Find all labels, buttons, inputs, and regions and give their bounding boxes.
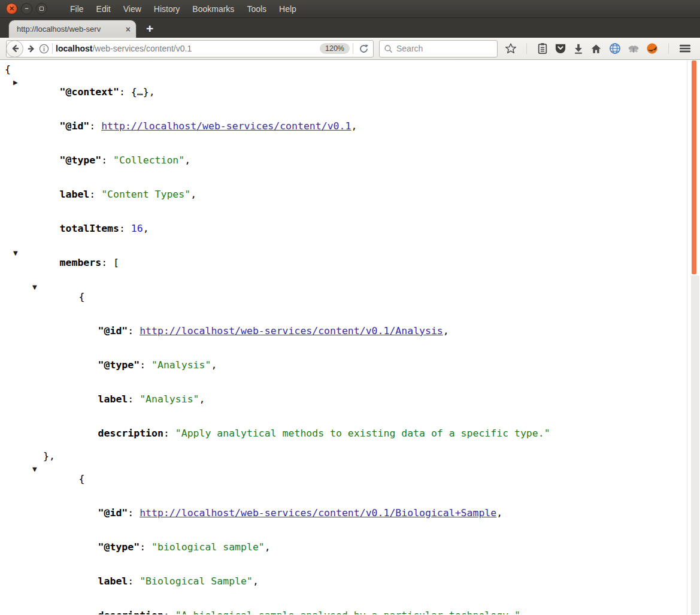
member-type-row: @type: Analysis, — [0, 348, 687, 382]
json-id-link[interactable]: http://localhost/web-services/content/v0… — [101, 120, 351, 132]
json-key: description — [98, 610, 163, 614]
scrollbar-track[interactable] — [691, 275, 699, 614]
moth-extension-button[interactable] — [628, 43, 640, 54]
member-description-row: description: Apply analytical methods to… — [0, 416, 687, 450]
json-string-value: Analysis — [151, 359, 211, 371]
json-key: description — [98, 428, 163, 439]
json-label-row: label: Content Types, — [0, 177, 687, 211]
download-icon — [573, 43, 584, 54]
json-key: label — [98, 575, 128, 587]
member-open-row: ▼{ — [0, 462, 687, 496]
home-button[interactable] — [590, 43, 602, 54]
expanded-arrow-icon[interactable]: ▼ — [32, 463, 37, 475]
menu-button[interactable] — [678, 43, 692, 54]
search-placeholder: Search — [396, 44, 423, 53]
tab-bar: http://localhost/web-serv × + — [0, 18, 700, 38]
json-key: label — [60, 189, 90, 200]
pocket-icon — [554, 43, 566, 54]
json-members-row: ▼members: [ — [0, 246, 687, 280]
json-string-value: Apply analytical methods to existing dat… — [175, 428, 550, 439]
divider — [52, 43, 53, 54]
window-close-button[interactable]: ✕ — [6, 3, 17, 14]
reload-button[interactable] — [356, 44, 371, 54]
menu-item[interactable]: File — [70, 4, 84, 14]
member-label-row: label: Biological Sample, — [0, 564, 687, 598]
bookmark-star-button[interactable] — [505, 43, 517, 54]
forward-button[interactable] — [23, 44, 39, 53]
member-label-row: label: Analysis, — [0, 382, 687, 416]
json-string-value: Analysis — [140, 393, 199, 405]
globe-icon — [609, 43, 621, 54]
search-icon — [384, 44, 393, 53]
member-type-row: @type: biological sample, — [0, 530, 687, 564]
json-string-value: A biological sample analysed by a partic… — [175, 610, 520, 614]
navigation-toolbar: localhost/web-services/content/v0.1 120%… — [0, 38, 700, 60]
url-domain: localhost — [56, 44, 92, 53]
menu-item[interactable]: History — [154, 4, 180, 14]
menu-item[interactable]: Help — [279, 4, 296, 14]
toolbar-icons — [505, 43, 694, 54]
json-string-value: Collection — [113, 154, 184, 166]
member-id-link[interactable]: http://localhost/web-services/content/v0… — [140, 325, 443, 337]
json-key: @type — [60, 154, 102, 166]
scrollbar-gutter — [687, 60, 687, 614]
url-text[interactable]: localhost/web-services/content/v0.1 — [56, 44, 320, 53]
json-key: totalItems — [60, 223, 119, 234]
moth-icon — [628, 43, 640, 54]
member-id-row: @id: http://localhost/web-services/conte… — [0, 496, 687, 530]
json-key: @type — [98, 541, 140, 553]
member-description-row: description: A biological sample analyse… — [0, 598, 687, 614]
orange-ball-icon — [646, 43, 658, 54]
scrollbar-thumb[interactable] — [692, 60, 696, 274]
json-context-row: ▶@context: {…}, — [0, 75, 687, 109]
maximize-icon — [40, 7, 44, 11]
back-button[interactable] — [6, 40, 23, 57]
menu-item[interactable]: Bookmarks — [192, 4, 234, 14]
expanded-arrow-icon[interactable]: ▼ — [32, 281, 37, 293]
new-tab-button[interactable]: + — [146, 22, 153, 35]
json-string-value: biological sample — [151, 541, 265, 553]
json-key: @context — [60, 86, 119, 98]
json-totalitems-row: totalItems: 16, — [0, 211, 687, 246]
menu-item[interactable]: Edit — [96, 4, 111, 14]
divider — [526, 43, 527, 54]
site-info-button[interactable] — [39, 44, 49, 54]
search-field[interactable]: Search — [379, 40, 498, 57]
json-members: ▼{ @id: http://localhost/web-services/co… — [0, 280, 687, 614]
member-id-row: @id: http://localhost/web-services/conte… — [0, 314, 687, 348]
forward-icon — [27, 44, 36, 53]
member-close-row: }, — [0, 450, 687, 462]
pocket-button[interactable] — [554, 43, 566, 54]
star-icon — [505, 43, 517, 54]
json-key: @id — [98, 325, 128, 337]
window-minimize-button[interactable]: − — [21, 3, 32, 14]
zoom-level-badge[interactable]: 120% — [320, 43, 350, 54]
json-id-row: @id: http://localhost/web-services/conte… — [0, 109, 687, 143]
url-bar[interactable]: localhost/web-services/content/v0.1 120% — [6, 40, 374, 57]
url-path: /web-services/content/v0.1 — [92, 44, 192, 53]
member-id-link[interactable]: http://localhost/web-services/content/v0… — [140, 507, 496, 519]
menu-item[interactable]: View — [123, 4, 141, 14]
json-key: @id — [98, 507, 128, 519]
orange-ball-extension-button[interactable] — [646, 43, 658, 54]
member-open-row: ▼{ — [0, 280, 687, 314]
bookmarks-menu-button[interactable] — [537, 43, 548, 54]
tab-close-icon[interactable]: × — [126, 25, 131, 34]
json-key: @id — [60, 120, 90, 132]
browser-tab[interactable]: http://localhost/web-serv × — [8, 20, 137, 38]
json-string-value: Content Types — [101, 189, 190, 200]
collapsed-object[interactable]: {…} — [131, 86, 149, 98]
collapsed-arrow-icon[interactable]: ▶ — [13, 77, 18, 88]
json-type-row: @type: Collection, — [0, 143, 687, 177]
json-key: members — [60, 257, 102, 268]
title-bar: ✕ − File Edit View History Bookmarks Too… — [0, 0, 700, 18]
globe-extension-button[interactable] — [609, 43, 621, 54]
tab-title: http://localhost/web-serv — [17, 25, 123, 34]
expanded-arrow-icon[interactable]: ▼ — [13, 247, 18, 259]
json-key: @type — [98, 359, 140, 371]
menu-item[interactable]: Tools — [247, 4, 266, 14]
window-maximize-button[interactable] — [36, 3, 47, 14]
downloads-button[interactable] — [573, 43, 584, 54]
json-number-value: 16 — [131, 223, 143, 234]
divider — [668, 43, 669, 54]
